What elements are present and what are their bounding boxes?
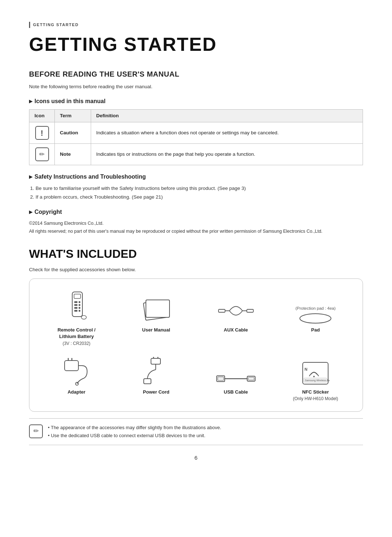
copyright-heading: Copyright <box>29 208 363 216</box>
adapter-svg <box>61 357 92 386</box>
copyright-line1: ©2014 Samsung Electronics Co.,Ltd. <box>29 220 363 227</box>
icon-cell: ✏ <box>29 144 55 165</box>
accessory-sublabel-remote: Lithium Battery <box>59 333 94 340</box>
accessory-label-usb: USB Cable <box>224 389 248 395</box>
svg-point-3 <box>78 301 80 303</box>
icon-cell: ! <box>29 122 55 144</box>
pad-svg <box>299 313 332 324</box>
note-icon: ✏ <box>35 147 49 161</box>
accessory-label-remote: Remote Control / <box>57 327 95 333</box>
svg-point-21 <box>300 314 331 323</box>
svg-point-13 <box>74 310 76 312</box>
svg-point-9 <box>78 307 80 309</box>
usb-cable-svg <box>216 371 256 386</box>
svg-rect-31 <box>144 379 151 384</box>
accessories-grid: Remote Control / Lithium Battery (3V : C… <box>37 288 355 405</box>
remote-control-svg <box>66 291 87 324</box>
icons-table-col1: Icon <box>29 109 55 122</box>
accessory-img-aux <box>218 291 254 324</box>
section-label: Getting Started <box>29 22 363 28</box>
accessory-item-adapter: Adapter <box>37 350 117 405</box>
svg-point-4 <box>74 301 76 303</box>
svg-point-6 <box>78 304 80 306</box>
accessory-label-powercord: Power Cord <box>143 389 170 395</box>
whats-included-heading: WHAT'S INCLUDED <box>29 245 363 263</box>
icons-table-col3: Definition <box>91 109 363 122</box>
copyright-line2: All rights reserved; no part of this use… <box>29 228 363 235</box>
pad-protection-note: (Protection pad : 4ea) <box>295 305 336 312</box>
accessory-item-nfc: N Samsung Wireless Audio NFC Sticker (On… <box>276 350 356 405</box>
page-number: 6 <box>29 454 363 462</box>
svg-point-14 <box>81 316 86 319</box>
svg-rect-17 <box>219 309 225 312</box>
definition-cell: Indicates a situation where a function d… <box>91 122 363 144</box>
accessory-label-aux: AUX Cable <box>224 327 248 333</box>
caution-icon: ! <box>35 126 49 140</box>
svg-rect-1 <box>74 294 81 298</box>
accessory-item-aux: AUX Cable <box>196 288 276 349</box>
definition-cell: Indicates tips or instructions on the pa… <box>91 144 363 165</box>
term-cell: Caution <box>55 122 91 144</box>
accessory-img-pad: (Protection pad : 4ea) <box>295 291 336 324</box>
term-cell: Note <box>55 144 91 165</box>
svg-text:Samsung Wireless Audio: Samsung Wireless Audio <box>305 379 330 382</box>
accessory-img-nfc: N Samsung Wireless Audio <box>301 353 330 386</box>
svg-rect-20 <box>247 309 253 312</box>
safety-section-heading: Safety Instructions and Troubleshooting <box>29 172 363 181</box>
copyright-section: Copyright ©2014 Samsung Electronics Co.,… <box>29 208 363 235</box>
accessory-item-powercord: Power Cord <box>117 350 196 405</box>
powercord-svg <box>141 357 172 386</box>
svg-rect-27 <box>151 358 160 364</box>
note-line-2: • Use the dedicated USB cable to connect… <box>48 432 221 440</box>
svg-rect-16 <box>146 300 170 317</box>
accessories-box: Remote Control / Lithium Battery (3V : C… <box>29 278 363 412</box>
icons-table: Icon Term Definition ! Caution Indicates… <box>29 109 363 165</box>
nfc-sticker-svg: N Samsung Wireless Audio <box>301 361 330 386</box>
accessory-sublabel2-remote: (3V : CR2032) <box>62 340 90 347</box>
svg-rect-33 <box>218 377 224 381</box>
aux-cable-svg <box>218 298 254 324</box>
accessory-img-manual <box>142 291 171 324</box>
accessory-img-adapter <box>61 353 92 386</box>
icons-table-col2: Term <box>55 109 91 122</box>
accessory-label-manual: User Manual <box>142 327 170 333</box>
safety-list: Be sure to familiarise yourself with the… <box>36 185 363 201</box>
icons-section: Icons used in this manual Icon Term Defi… <box>29 97 363 165</box>
svg-rect-0 <box>72 292 82 317</box>
before-reading-heading: BEFORE READING THE USER'S MANUAL <box>29 69 363 80</box>
page-title: GETTING STARTED <box>29 30 363 58</box>
whats-included-intro: Check for the supplied accessories shown… <box>29 266 363 273</box>
accessory-item-pad: (Protection pad : 4ea) Pad <box>276 288 356 349</box>
svg-point-7 <box>74 304 76 306</box>
accessory-img-usb <box>216 353 256 386</box>
note-box-text: • The appearance of the accessories may … <box>48 424 221 440</box>
accessory-label-adapter: Adapter <box>68 389 85 395</box>
manual-svg <box>142 295 171 324</box>
safety-section: Safety Instructions and Troubleshooting … <box>29 172 363 201</box>
accessory-item-manual: User Manual <box>117 288 196 349</box>
svg-rect-36 <box>248 377 254 380</box>
accessory-sublabel-nfc: (Only HW-H610 Model) <box>293 395 338 402</box>
svg-text:N: N <box>305 367 307 371</box>
list-item: If a problem occurs, check Troubleshooti… <box>36 194 363 201</box>
accessory-img-powercord <box>141 353 172 386</box>
note-line-1: • The appearance of the accessories may … <box>48 424 221 432</box>
accessory-img-remote <box>66 291 87 324</box>
svg-point-12 <box>78 310 80 312</box>
note-box: ✏ • The appearance of the accessories ma… <box>29 418 363 445</box>
accessory-label-nfc: NFC Sticker <box>302 389 329 395</box>
before-reading-intro: Note the following terms before reading … <box>29 83 363 90</box>
accessory-label-pad: Pad <box>311 327 320 333</box>
accessory-item-remote: Remote Control / Lithium Battery (3V : C… <box>37 288 117 349</box>
svg-rect-22 <box>65 361 78 371</box>
accessory-item-usb: USB Cable <box>196 350 276 405</box>
list-item: Be sure to familiarise yourself with the… <box>36 185 363 192</box>
icons-section-heading: Icons used in this manual <box>29 97 363 106</box>
note-box-icon: ✏ <box>29 424 43 438</box>
svg-point-39 <box>313 376 315 377</box>
svg-point-10 <box>74 307 76 309</box>
table-row: ! Caution Indicates a situation where a … <box>29 122 363 144</box>
table-row: ✏ Note Indicates tips or instructions on… <box>29 144 363 165</box>
